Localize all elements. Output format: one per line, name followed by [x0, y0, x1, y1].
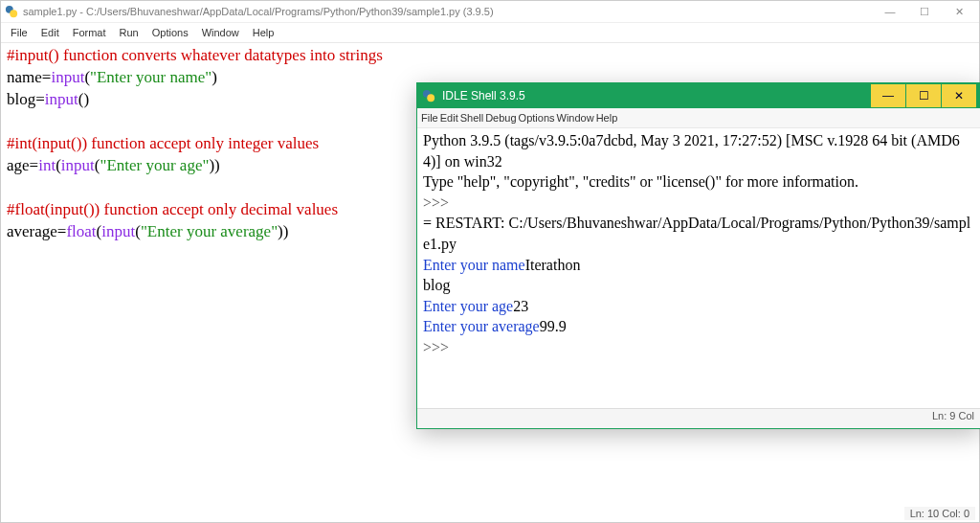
menu-shell[interactable]: Shell — [460, 112, 483, 124]
code-token: ) — [214, 156, 220, 174]
shell-banner: Type "help", "copyright", "credits" or "… — [423, 171, 974, 193]
shell-line: blog — [423, 275, 974, 296]
code-token: age — [7, 156, 30, 174]
menu-file[interactable]: File — [421, 112, 438, 124]
prompt-text: Enter your name — [423, 257, 525, 273]
prompt-text: Enter your age — [423, 298, 513, 314]
shell-line: Enter your age23 — [423, 296, 974, 317]
menu-file[interactable]: File — [5, 25, 33, 40]
user-input: 99.9 — [540, 318, 567, 334]
menu-window[interactable]: Window — [557, 112, 594, 124]
shell-window: IDLE Shell 3.9.5 — ☐ ✕ File Edit Shell D… — [416, 82, 980, 429]
minimize-button[interactable]: — — [871, 84, 905, 107]
code-token: input — [51, 68, 84, 86]
code-comment: #float(input()) function accept only dec… — [7, 200, 338, 218]
close-button[interactable]: ✕ — [943, 2, 975, 21]
code-comment: #int(input()) function accept only integ… — [7, 134, 319, 152]
editor-title: sample1.py - C:/Users/Bhuvaneshwar/AppDa… — [23, 6, 494, 17]
menu-help[interactable]: Help — [247, 25, 280, 40]
menu-help[interactable]: Help — [596, 112, 618, 124]
menu-options[interactable]: Options — [519, 112, 555, 124]
code-token: = — [30, 156, 39, 174]
idle-icon — [421, 88, 436, 103]
menu-edit[interactable]: Edit — [35, 25, 65, 40]
code-token: average — [7, 222, 57, 240]
svg-point-1 — [10, 10, 17, 17]
maximize-button[interactable]: ☐ — [908, 2, 941, 21]
code-token: ) — [83, 90, 89, 108]
editor-window-controls: — ☐ ✕ — [874, 2, 975, 21]
shell-output[interactable]: Python 3.9.5 (tags/v3.9.5:0a7dcbd, May 3… — [417, 128, 980, 408]
menu-debug[interactable]: Debug — [485, 112, 516, 124]
code-token: float — [66, 222, 96, 240]
editor-titlebar[interactable]: sample1.py - C:/Users/Bhuvaneshwar/AppDa… — [1, 1, 979, 23]
code-token: input — [101, 222, 135, 240]
code-token: input — [45, 90, 78, 108]
code-token: int — [38, 156, 56, 174]
svg-point-3 — [427, 94, 434, 102]
shell-titlebar[interactable]: IDLE Shell 3.9.5 — ☐ ✕ — [417, 83, 980, 108]
shell-line: Enter your average99.9 — [423, 316, 974, 337]
minimize-button[interactable]: — — [874, 2, 906, 21]
code-token: = — [42, 68, 52, 86]
code-token: "Enter your name" — [90, 68, 212, 86]
prompt-text: Enter your average — [423, 318, 540, 334]
menu-options[interactable]: Options — [146, 25, 194, 40]
code-token: ) — [212, 68, 217, 86]
code-token: blog — [7, 90, 35, 108]
menu-window[interactable]: Window — [196, 25, 245, 40]
shell-window-controls: — ☐ ✕ — [870, 84, 976, 107]
shell-banner: Python 3.9.5 (tags/v3.9.5:0a7dcbd, May 3… — [423, 130, 974, 171]
menu-format[interactable]: Format — [67, 25, 112, 40]
user-input: Iterathon — [525, 257, 581, 273]
code-token: name — [7, 68, 42, 86]
shell-menubar: File Edit Shell Debug Options Window Hel… — [417, 108, 980, 128]
shell-line: Enter your nameIterathon — [423, 255, 974, 276]
code-token: "Enter your average" — [141, 222, 278, 240]
editor-statusbar: Ln: 10 Col: 0 — [904, 507, 975, 520]
code-token: ) — [283, 222, 289, 240]
python-file-icon — [5, 5, 18, 18]
shell-title: IDLE Shell 3.9.5 — [442, 89, 525, 102]
code-token: = — [57, 222, 67, 240]
shell-prompt: >>> — [423, 337, 974, 358]
code-comment: #input() function converts whatever data… — [7, 46, 383, 64]
user-input: 23 — [513, 298, 528, 314]
code-token: "Enter your age" — [100, 156, 209, 174]
menu-edit[interactable]: Edit — [440, 112, 458, 124]
code-token: = — [35, 90, 45, 108]
editor-menubar: File Edit Format Run Options Window Help — [1, 23, 979, 43]
menu-run[interactable]: Run — [114, 25, 145, 40]
shell-statusbar: Ln: 9 Col — [417, 408, 980, 428]
shell-restart-line: = RESTART: C:/Users/Bhuvaneshwar/AppData… — [423, 213, 974, 254]
maximize-button[interactable]: ☐ — [906, 84, 941, 107]
close-button[interactable]: ✕ — [942, 84, 976, 107]
code-token: input — [61, 156, 95, 174]
shell-prompt: >>> — [423, 193, 974, 214]
